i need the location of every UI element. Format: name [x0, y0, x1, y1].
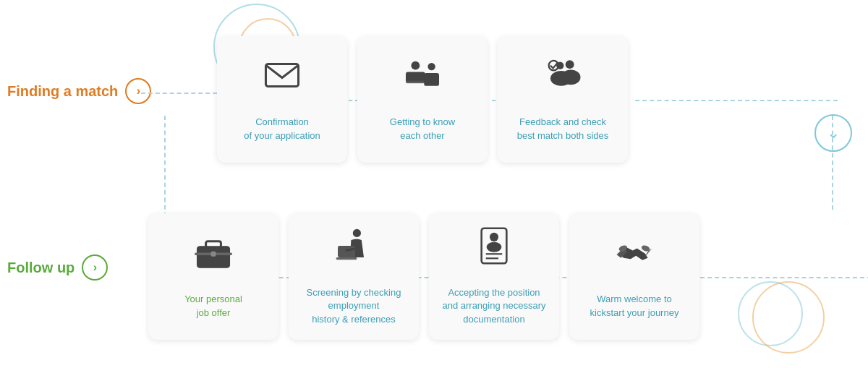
feedback-svg: [544, 56, 582, 94]
meeting-svg: [404, 56, 441, 94]
card-getting-to-know: Getting to knoweach other: [357, 36, 488, 163]
svg-rect-5: [424, 73, 439, 86]
laptop-person-icon: [335, 227, 373, 278]
svg-rect-0: [265, 64, 298, 87]
briefcase-icon: [195, 234, 232, 284]
handshake-icon: [616, 234, 653, 284]
accepting-label: Accepting the positionand arranging nece…: [442, 286, 545, 326]
finding-a-match-text: Finding a match: [7, 83, 118, 100]
connector-v-left: [164, 116, 166, 217]
document-svg: [475, 227, 513, 265]
svg-point-4: [427, 63, 435, 70]
follow-up-arrow[interactable]: ›: [82, 254, 108, 281]
welcome-label: Warm welcome tokickstart your journey: [590, 293, 679, 319]
feedback-icon: [544, 56, 582, 107]
envelope-svg: [263, 56, 301, 94]
getting-to-know-label: Getting to knoweach other: [390, 116, 455, 142]
screening-label: Screening by checkingemploymenthistory &…: [307, 286, 401, 326]
follow-up-text: Follow up: [7, 260, 75, 276]
handshake-svg: [616, 234, 653, 271]
card-job-offer: Your personaljob offer: [148, 213, 278, 340]
svg-point-21: [490, 233, 498, 241]
finding-a-match-arrow[interactable]: ›: [125, 78, 151, 104]
svg-point-8: [566, 61, 574, 69]
deco-circle-bottom-blue: [738, 281, 803, 346]
card-confirmation: Confirmationof your application: [217, 36, 347, 163]
confirmation-label: Confirmationof your application: [244, 116, 320, 142]
follow-up-label: Follow up ›: [7, 254, 108, 281]
svg-rect-15: [211, 252, 216, 257]
card-accepting: Accepting the positionand arranging nece…: [429, 213, 559, 340]
connector-card3-right: [635, 100, 838, 101]
svg-point-16: [353, 229, 361, 237]
cards-row-1: Confirmationof your application Getting …: [217, 36, 628, 163]
svg-rect-17: [338, 246, 355, 257]
svg-point-7: [556, 62, 563, 69]
card-welcome: Warm welcome tokickstart your journey: [569, 213, 699, 340]
deco-circle-bottom-orange: [752, 281, 825, 354]
svg-rect-18: [336, 257, 357, 260]
job-offer-label: Your personaljob offer: [184, 293, 242, 319]
svg-point-10: [561, 70, 581, 85]
briefcase-svg: [195, 234, 232, 271]
feedback-label: Feedback and checkbest match both sides: [517, 116, 608, 142]
document-icon: [475, 227, 513, 278]
cards-row-2: Your personaljob offer Screening by chec…: [148, 213, 699, 340]
card-screening: Screening by checkingemploymenthistory &…: [289, 213, 419, 340]
down-arrow-circle: ⌄: [814, 114, 852, 152]
svg-rect-3: [406, 81, 425, 84]
laptop-person-svg: [335, 227, 373, 265]
meeting-icon: [404, 56, 441, 107]
envelope-icon: [263, 56, 301, 107]
finding-a-match-label: Finding a match ›: [7, 78, 151, 104]
svg-rect-11: [197, 247, 229, 268]
main-container: ⌄ Finding a match › Follow up › Confi: [0, 0, 868, 368]
svg-point-1: [411, 61, 420, 70]
svg-point-22: [487, 242, 502, 252]
card-feedback: Feedback and checkbest match both sides: [498, 36, 628, 163]
svg-rect-13: [206, 241, 221, 248]
connector-label-to-card1: [141, 93, 224, 94]
